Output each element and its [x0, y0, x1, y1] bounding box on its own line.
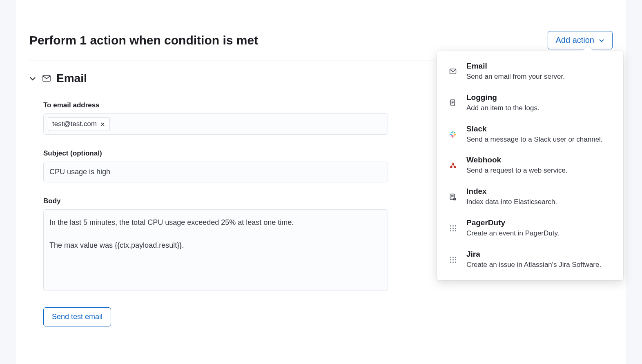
- action-section-title: Email: [56, 72, 87, 85]
- menu-item-title: Slack: [466, 124, 612, 133]
- subject-input[interactable]: [43, 162, 388, 182]
- to-email-label: To email address: [43, 101, 388, 109]
- menu-item-email[interactable]: Email Send an email from your server.: [439, 56, 622, 87]
- add-action-button[interactable]: Add action: [548, 31, 613, 49]
- menu-item-title: Webhook: [466, 155, 612, 164]
- svg-point-11: [454, 132, 455, 133]
- slack-icon: [448, 130, 457, 139]
- body-label: Body: [43, 197, 388, 205]
- menu-item-title: Index: [466, 187, 612, 196]
- to-email-input[interactable]: test@test.com ✕: [43, 113, 388, 135]
- svg-rect-9: [450, 134, 453, 135]
- menu-item-title: Email: [466, 62, 612, 71]
- menu-item-slack[interactable]: Slack Send a message to a Slack user or …: [439, 119, 622, 150]
- svg-rect-6: [453, 131, 453, 134]
- menu-item-desc: Send an email from your server.: [466, 72, 612, 82]
- jira-icon: [448, 255, 457, 264]
- menu-item-pagerduty[interactable]: PagerDuty Create an event in PagerDuty.: [439, 213, 622, 244]
- menu-item-desc: Add an item to the logs.: [466, 103, 612, 113]
- svg-rect-7: [454, 134, 457, 135]
- email-chip-text: test@test.com: [52, 120, 97, 128]
- subject-label: Subject (optional): [43, 149, 388, 158]
- close-icon[interactable]: ✕: [100, 121, 105, 127]
- index-icon: [448, 193, 457, 202]
- menu-item-logging[interactable]: Logging Add an item to the logs.: [439, 87, 622, 119]
- menu-item-title: PagerDuty: [466, 218, 612, 227]
- menu-item-webhook[interactable]: Webhook Send a request to a web service.: [439, 150, 622, 181]
- svg-point-10: [451, 132, 452, 133]
- menu-item-title: Logging: [466, 93, 612, 102]
- menu-item-desc: Create an event in PagerDuty.: [466, 229, 612, 238]
- svg-point-14: [452, 163, 454, 164]
- menu-item-title: Jira: [466, 250, 612, 259]
- svg-point-15: [450, 166, 452, 168]
- webhook-icon: [448, 161, 457, 170]
- menu-item-desc: Index data into Elasticsearch.: [466, 197, 612, 207]
- email-chip[interactable]: test@test.com ✕: [48, 117, 110, 131]
- add-action-label: Add action: [555, 36, 594, 45]
- chevron-down-icon: [598, 37, 605, 44]
- menu-item-desc: Create an issue in Atlassian's Jira Soft…: [466, 260, 612, 270]
- svg-point-12: [454, 135, 455, 137]
- menu-item-jira[interactable]: Jira Create an issue in Atlassian's Jira…: [439, 244, 622, 275]
- svg-rect-8: [453, 135, 453, 138]
- menu-item-index[interactable]: Index Index data into Elasticsearch.: [439, 181, 622, 213]
- email-icon: [42, 73, 51, 83]
- chevron-down-icon: [29, 74, 37, 82]
- svg-point-16: [454, 166, 456, 168]
- menu-item-desc: Send a request to a web service.: [466, 166, 612, 175]
- page-title: Perform 1 action when condition is met: [29, 33, 258, 47]
- pagerduty-icon: [448, 224, 457, 233]
- svg-point-13: [451, 135, 452, 137]
- menu-item-desc: Send a message to a Slack user or channe…: [466, 135, 612, 144]
- send-test-email-button[interactable]: Send test email: [43, 307, 111, 326]
- add-action-menu: Email Send an email from your server. Lo…: [437, 51, 623, 280]
- logging-icon: [448, 98, 457, 107]
- body-textarea[interactable]: [43, 209, 388, 291]
- email-icon: [448, 67, 457, 76]
